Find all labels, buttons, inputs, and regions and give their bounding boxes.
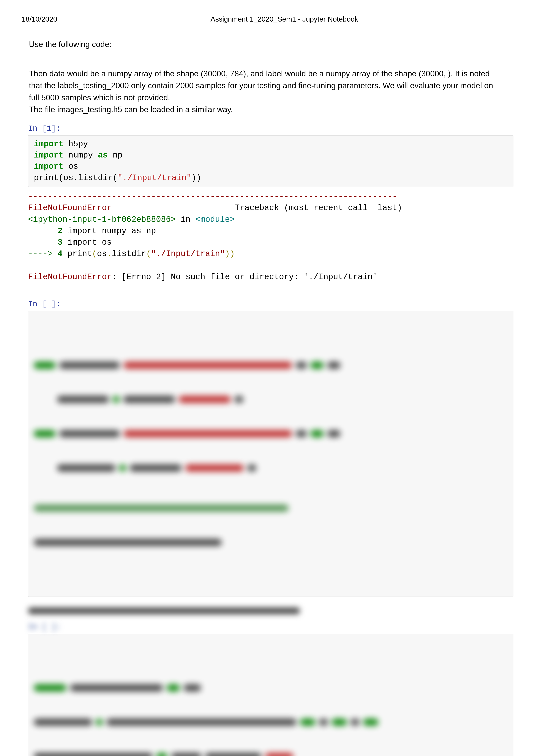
out-l4-o2: (: [146, 249, 151, 258]
tok-h5py: h5py: [64, 139, 88, 148]
tok-print: print: [34, 173, 59, 182]
tok-numpy: numpy: [64, 150, 98, 160]
header-title: Assignment 1_2020_Sem1 - Jupyter Noteboo…: [57, 15, 512, 23]
out-module: <module>: [195, 215, 235, 224]
cell1-prompt: In [1]:: [28, 124, 513, 133]
out-foot-rest: : [Errno 2] No such file or directory: '…: [112, 272, 378, 282]
out-l4-os: os: [97, 249, 107, 258]
out-l4n: 4: [58, 249, 63, 258]
kw-import: import: [34, 139, 64, 148]
out-l4-ld: listdir: [112, 249, 146, 258]
cell3-prompt: In [ ]:: [28, 623, 513, 632]
out-l3n: 3: [28, 238, 63, 247]
out-l4-cl: )): [225, 249, 235, 258]
cell1-input: import h5py import numpy as np import os…: [28, 135, 513, 187]
out-l4-dot: .: [107, 249, 112, 258]
kw-import2: import: [34, 150, 64, 160]
intro-para1: Then data would be a numpy array of the …: [29, 68, 504, 104]
intro-line1: Use the following code:: [29, 39, 504, 50]
kw-as: as: [98, 150, 108, 160]
out-l4-open: (: [92, 249, 97, 258]
out-foot-name: FileNotFoundError: [28, 272, 112, 282]
out-l4-str: "./Input/train": [151, 249, 225, 258]
document-page: 18/10/2020 Assignment 1_2020_Sem1 - Jupy…: [0, 0, 535, 756]
tok-paren: (os.listdir(: [59, 173, 118, 182]
header-date: 18/10/2020: [22, 15, 57, 23]
kw-import3: import: [34, 162, 64, 171]
tok-np: np: [108, 150, 122, 160]
tok-path: "./Input/train": [118, 173, 191, 182]
tok-os: os: [64, 162, 78, 171]
out-spaces: [112, 203, 235, 212]
out-tb-label: Traceback (most recent call last): [235, 203, 402, 212]
cell2-input-blur: [28, 311, 513, 597]
page-header: 18/10/2020 Assignment 1_2020_Sem1 - Jupy…: [22, 15, 513, 23]
cell1-output: ----------------------------------------…: [28, 191, 513, 283]
out-l2t: import numpy as np: [63, 226, 156, 236]
blurred-text-1: [28, 608, 513, 614]
out-in: in: [176, 215, 195, 224]
out-l4-print: print: [63, 249, 92, 258]
cell2-prompt: In [ ]:: [28, 300, 513, 309]
out-l2n: 2: [28, 226, 63, 236]
out-arrow: ---->: [28, 249, 58, 258]
out-ipyref: <ipython-input-1-bf062eb88086>: [28, 215, 176, 224]
out-errname: FileNotFoundError: [28, 203, 112, 212]
intro-para2: The file images_testing.h5 can be loaded…: [29, 104, 504, 116]
out-sep: ----------------------------------------…: [28, 192, 397, 201]
out-l3t: import os: [63, 238, 112, 247]
tok-close: )): [191, 173, 201, 182]
cell3-input-blur: [28, 634, 513, 756]
intro-text: Use the following code: Then data would …: [29, 39, 504, 116]
